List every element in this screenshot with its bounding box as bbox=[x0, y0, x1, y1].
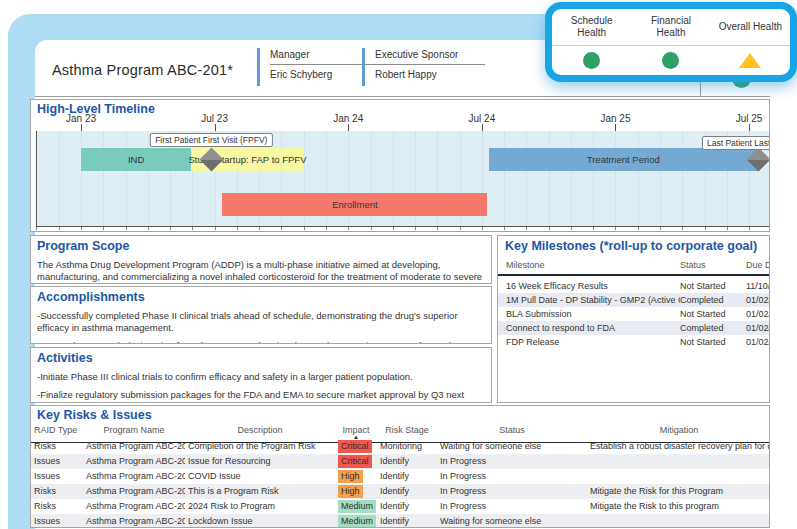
timeline-gridline bbox=[59, 131, 60, 226]
risk-mitigation-cell bbox=[587, 454, 770, 469]
milestones-rows: 16 Week Efficacy ResultsNot Started11/10… bbox=[498, 279, 770, 349]
risks-col-raid-type[interactable]: RAID Type bbox=[31, 425, 83, 440]
timeline-minor-tick bbox=[705, 227, 706, 230]
milestone-due-cell: 01/02/2 bbox=[746, 293, 770, 307]
program-scope-title: Program Scope bbox=[37, 239, 491, 253]
milestone-table-row[interactable]: 1M Pull Date - DP Stability - GMP2 (Acti… bbox=[498, 293, 770, 307]
milestones-title: Key Milestones (*roll-up to corporate go… bbox=[505, 239, 757, 253]
milestone-due-cell: 01/02/2 bbox=[746, 307, 770, 321]
timeline-minor-tick bbox=[571, 227, 572, 230]
risk-mitigation-cell bbox=[587, 514, 770, 528]
milestones-col-milestone[interactable]: Milestone bbox=[506, 260, 680, 270]
timeline-axis-label: Jan 23 bbox=[66, 113, 96, 124]
milestone-due-cell: 01/02/2 bbox=[746, 321, 770, 335]
risk-table-row[interactable]: RisksAsthma Program ABC-201*2024 Risk to… bbox=[31, 499, 770, 514]
header-underline bbox=[35, 96, 770, 97]
milestone-table-row[interactable]: FDP ReleaseNot Started01/02/2 bbox=[498, 335, 770, 349]
milestone-due-cell: 11/10/2 bbox=[746, 279, 770, 293]
timeline-minor-tick bbox=[660, 227, 661, 230]
risks-col-program-name[interactable]: Program Name bbox=[83, 425, 185, 440]
impact-badge: High bbox=[338, 470, 363, 483]
timeline-axis-tick bbox=[215, 124, 216, 131]
risk-stage-cell: Identify bbox=[377, 499, 437, 514]
timeline-gridline bbox=[638, 131, 639, 226]
risk-raid-cell: Issues bbox=[31, 454, 83, 469]
milestone-table-row[interactable]: BLA SubmissionNot Started01/02/2 bbox=[498, 307, 770, 321]
timeline-plot-area[interactable]: INDStudy Startup: FAP to FPFVEnrollmentT… bbox=[36, 131, 769, 226]
timeline-axis-tick bbox=[615, 124, 616, 131]
risk-table-row[interactable]: IssuesAsthma Program ABC-201*Lockdown Is… bbox=[31, 514, 770, 528]
timeline-axis-tick bbox=[81, 124, 82, 131]
milestone-status-cell: Not Started bbox=[680, 335, 746, 349]
milestone-name-cell: BLA Submission bbox=[506, 307, 680, 321]
timeline-minor-tick bbox=[727, 227, 728, 230]
gantt-bar[interactable]: Treatment Period bbox=[489, 148, 758, 171]
risk-description-cell: This is a Program Risk bbox=[185, 484, 335, 499]
risks-col-status[interactable]: Status bbox=[437, 425, 587, 440]
risk-table-row[interactable]: IssuesAsthma Program ABC-201*Issue for R… bbox=[31, 454, 770, 469]
program-scope-body: The Asthma Drug Development Program (ADD… bbox=[37, 259, 485, 284]
milestone-status-cell: Completed bbox=[680, 293, 746, 307]
risk-raid-cell: Issues bbox=[31, 469, 83, 484]
timeline-minor-tick bbox=[148, 227, 149, 230]
timeline-minor-tick bbox=[593, 227, 594, 230]
health-green-circle-icon bbox=[552, 46, 631, 75]
milestone-table-row[interactable]: Connect to respond to FDACompleted01/02/… bbox=[498, 321, 770, 335]
timeline-gridline bbox=[593, 131, 594, 226]
health-popup-labels: Schedule HealthFinancial HealthOverall H… bbox=[552, 9, 790, 46]
risk-status-cell: In Progress bbox=[437, 454, 587, 469]
risk-raid-cell: Issues bbox=[31, 514, 83, 528]
health-metric-label: Schedule Health bbox=[552, 9, 631, 45]
impact-badge: Critical bbox=[338, 440, 372, 453]
milestones-col-due[interactable]: Due Da bbox=[746, 260, 770, 270]
gantt-bar[interactable]: IND bbox=[81, 148, 191, 171]
timeline-minor-tick bbox=[103, 227, 104, 230]
health-metric-label: Overall Health bbox=[711, 9, 790, 45]
timeline-axis-label: Jul 24 bbox=[469, 113, 496, 124]
milestone-status-cell: Not Started bbox=[680, 279, 746, 293]
accomplishments-title: Accomplishments bbox=[37, 290, 491, 304]
milestone-due-cell: 01/02/2 bbox=[746, 335, 770, 349]
timeline-gridline bbox=[549, 131, 550, 226]
timeline-minor-tick bbox=[215, 227, 216, 230]
timeline-minor-tick bbox=[348, 227, 349, 230]
gantt-bar[interactable]: Enrollment bbox=[222, 193, 487, 216]
risk-table-row[interactable]: RisksAsthma Program ABC-201*This is a Pr… bbox=[31, 484, 770, 499]
timeline-minor-tick bbox=[638, 227, 639, 230]
sponsor-value: Robert Happy bbox=[375, 65, 485, 80]
page-title: Asthma Program ABC-201* bbox=[52, 62, 233, 78]
timeline-gridline bbox=[504, 131, 505, 226]
risk-status-cell: In Progress bbox=[437, 484, 587, 499]
risks-col-mitigation[interactable]: Mitigation bbox=[587, 425, 770, 440]
risk-description-cell: Completion of the Program Risk bbox=[185, 439, 335, 454]
timeline-minor-tick bbox=[615, 227, 616, 230]
timeline-axis-bottom-line bbox=[36, 226, 769, 227]
milestones-col-status[interactable]: Status bbox=[680, 260, 746, 270]
milestone-name-cell: 1M Pull Date - DP Stability - GMP2 (Acti… bbox=[506, 293, 680, 307]
timeline-minor-tick bbox=[259, 227, 260, 230]
dashboard-root: Asthma Program ABC-201* Manager Eric Sch… bbox=[0, 0, 797, 529]
risk-mitigation-cell bbox=[587, 469, 770, 484]
risks-title: Key Risks & Issues bbox=[37, 408, 152, 422]
risk-program-cell: Asthma Program ABC-201* bbox=[83, 514, 185, 528]
milestone-flag-label: Last Patient Last Do bbox=[702, 136, 769, 150]
risk-table-row[interactable]: RisksAsthma Program ABC-201*Completion o… bbox=[31, 439, 770, 454]
activity-item: -Initiate Phase III clinical trials to c… bbox=[37, 371, 485, 383]
milestones-header-row[interactable]: Milestone Status Due Da bbox=[498, 260, 770, 276]
timeline-minor-tick bbox=[504, 227, 505, 230]
timeline-gridline bbox=[126, 131, 127, 226]
risks-col-description[interactable]: Description bbox=[185, 425, 335, 440]
risks-col-risk-stage[interactable]: Risk Stage bbox=[377, 425, 437, 440]
risks-col-impact[interactable]: Impact ▲ bbox=[335, 425, 377, 440]
milestone-flag-label: First Patient First Visit (FPFV) bbox=[150, 133, 272, 147]
risk-impact-cell: Critical bbox=[335, 454, 377, 469]
risk-description-cell: COVID Issue bbox=[185, 469, 335, 484]
risk-impact-cell: High bbox=[335, 469, 377, 484]
milestone-table-row[interactable]: 16 Week Efficacy ResultsNot Started11/10… bbox=[498, 279, 770, 293]
risk-program-cell: Asthma Program ABC-201* bbox=[83, 499, 185, 514]
risk-table-row[interactable]: IssuesAsthma Program ABC-201*COVID Issue… bbox=[31, 469, 770, 484]
timeline-minor-tick bbox=[549, 227, 550, 230]
timeline-axis-label: Jul 25 bbox=[736, 113, 763, 124]
timeline-axis-tick bbox=[348, 124, 349, 131]
risk-status-cell: In Progress bbox=[437, 499, 587, 514]
